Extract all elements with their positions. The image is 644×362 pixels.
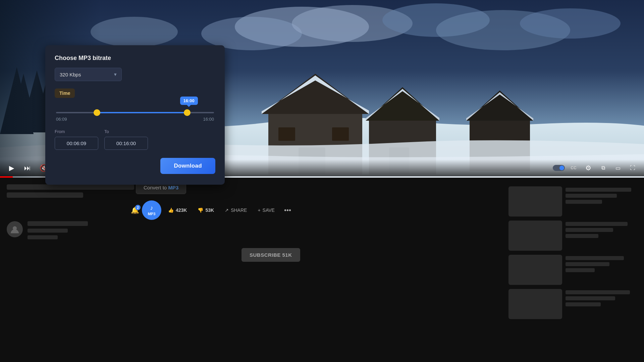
download-button[interactable]: Download bbox=[160, 158, 215, 174]
channel-avatar[interactable] bbox=[7, 221, 23, 237]
sidebar-title-line1 bbox=[566, 222, 628, 226]
mp3-modal: Choose MP3 bitrate 320 Kbps ▾ Time 16:00… bbox=[45, 45, 225, 185]
sidebar-thumbnail bbox=[508, 186, 562, 217]
slider-thumb-right[interactable] bbox=[184, 109, 191, 116]
slider-left-label: 06:09 bbox=[56, 117, 67, 122]
modal-title: Choose MP3 bitrate bbox=[55, 55, 215, 62]
from-label: From bbox=[55, 129, 98, 134]
sidebar-thumbnail bbox=[508, 221, 562, 251]
autoplay-toggle[interactable] bbox=[553, 162, 565, 174]
sidebar-title-line1 bbox=[566, 188, 631, 192]
bell-button[interactable]: 🔔 2 bbox=[131, 206, 139, 214]
captions-button[interactable]: CC bbox=[568, 162, 580, 174]
share-button[interactable]: ↗ SHARE bbox=[221, 205, 251, 216]
sidebar-meta-line bbox=[566, 234, 598, 238]
slider-labels: 06:09 16:00 bbox=[56, 117, 214, 122]
settings-button[interactable]: ⚙ bbox=[582, 162, 594, 174]
sidebar-meta-line bbox=[566, 302, 601, 306]
sidebar-title-line2 bbox=[566, 228, 613, 232]
save-button[interactable]: + SAVE bbox=[254, 205, 279, 216]
sidebar-title-line1 bbox=[566, 256, 624, 260]
slider-thumb-left[interactable] bbox=[94, 109, 100, 116]
sidebar-item bbox=[508, 255, 639, 285]
sidebar-item bbox=[508, 289, 639, 319]
share-icon: ↗ bbox=[225, 207, 229, 213]
sidebar-thumbnail bbox=[508, 289, 562, 319]
play-button[interactable]: ▶ bbox=[5, 162, 17, 174]
slider-track bbox=[56, 112, 214, 113]
sidebar-title-line2 bbox=[566, 262, 609, 266]
slider-right-label: 16:00 bbox=[203, 117, 214, 122]
sidebar-title-line1 bbox=[566, 290, 630, 294]
channel-name-skeleton bbox=[28, 221, 88, 226]
time-section-label: Time bbox=[55, 88, 75, 98]
from-input-group: From bbox=[55, 129, 98, 150]
convert-label-bold: MP3 bbox=[168, 185, 178, 190]
video-title-area bbox=[7, 184, 134, 198]
video-progress-fill bbox=[0, 176, 13, 178]
channel-subs-skeleton bbox=[28, 229, 68, 233]
bitrate-dropdown[interactable]: 320 Kbps ▾ bbox=[55, 68, 122, 81]
convert-label-prefix: Convert to bbox=[144, 185, 168, 190]
right-sidebar bbox=[503, 181, 644, 362]
sidebar-meta bbox=[566, 255, 639, 285]
sidebar-title-line2 bbox=[566, 194, 617, 198]
mp3-circle-button[interactable]: ♪ MP3 bbox=[142, 200, 161, 220]
dislike-button[interactable]: 👎 53K bbox=[194, 205, 218, 216]
time-tooltip: 16:00 bbox=[180, 97, 198, 105]
time-slider[interactable]: 16:00 06:09 16:00 bbox=[55, 112, 215, 122]
channel-info bbox=[28, 221, 88, 239]
from-input[interactable] bbox=[55, 137, 98, 150]
like-count: 423K bbox=[176, 207, 187, 213]
mp3-label: MP3 bbox=[148, 212, 156, 216]
share-label: SHARE bbox=[231, 207, 247, 213]
bitrate-value: 320 Kbps bbox=[60, 72, 81, 77]
save-icon: + bbox=[258, 207, 260, 213]
save-label: SAVE bbox=[263, 207, 275, 213]
like-button[interactable]: 👍 423K bbox=[164, 205, 191, 216]
sidebar-meta-line bbox=[566, 268, 595, 272]
bell-badge: 2 bbox=[135, 205, 141, 210]
dislike-count: 53K bbox=[205, 207, 214, 213]
like-icon: 👍 bbox=[168, 207, 174, 213]
dropdown-chevron-icon: ▾ bbox=[114, 71, 117, 77]
skip-button[interactable]: ⏭ bbox=[21, 162, 34, 174]
slider-fill bbox=[97, 112, 187, 113]
sidebar-meta-line bbox=[566, 200, 602, 204]
sidebar-item bbox=[508, 186, 639, 217]
title-skeleton-line1 bbox=[7, 184, 134, 190]
sidebar-title-line2 bbox=[566, 296, 615, 300]
subscribe-button[interactable]: SUBSCRIBE 51K bbox=[241, 248, 300, 262]
sidebar-item bbox=[508, 221, 639, 251]
title-skeleton-line2 bbox=[7, 192, 83, 198]
sidebar-meta bbox=[566, 289, 639, 319]
sidebar-meta bbox=[566, 221, 639, 251]
to-input-group: To bbox=[104, 129, 148, 150]
channel-area bbox=[7, 221, 88, 239]
mp3-music-icon: ♪ bbox=[150, 204, 153, 212]
fullscreen-button[interactable]: ⛶ bbox=[627, 162, 639, 174]
to-label: To bbox=[104, 129, 148, 134]
sidebar-meta bbox=[566, 186, 639, 217]
more-options-button[interactable]: ••• bbox=[281, 204, 294, 217]
miniplayer-button[interactable]: ⧉ bbox=[597, 162, 609, 174]
sidebar-thumbnail bbox=[508, 255, 562, 285]
theater-button[interactable]: ▭ bbox=[612, 162, 624, 174]
dislike-icon: 👎 bbox=[198, 207, 203, 213]
time-inputs: From To bbox=[55, 129, 215, 150]
channel-extra-skeleton bbox=[28, 235, 58, 239]
action-bar: 🔔 2 ♪ MP3 👍 423K 👎 53K ↗ SHARE + SAVE ••… bbox=[131, 200, 294, 220]
to-input[interactable] bbox=[104, 137, 148, 150]
